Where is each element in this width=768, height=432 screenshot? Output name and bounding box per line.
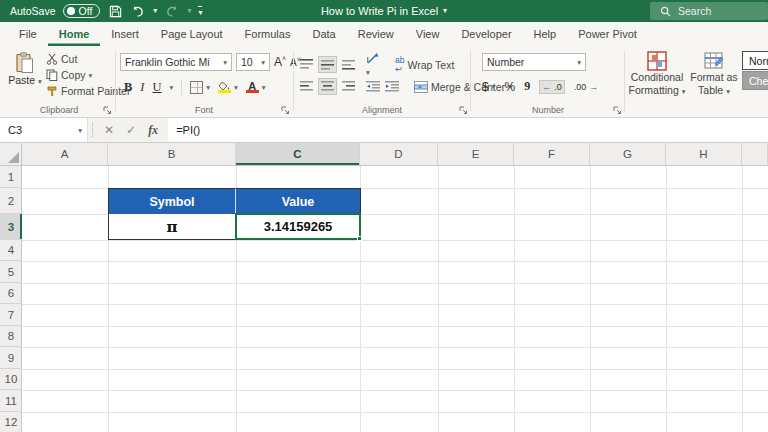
increase-decimal-button[interactable]: ←.0	[539, 80, 565, 94]
font-size-select[interactable]: 10▾	[236, 53, 270, 71]
enter-icon[interactable]: ✓	[126, 123, 136, 137]
increase-indent-icon[interactable]	[385, 81, 399, 92]
accounting-format-button[interactable]: $▾	[482, 80, 495, 94]
cell-c2[interactable]: Value	[236, 188, 361, 214]
clipboard-dialog-launcher-icon[interactable]	[103, 106, 112, 115]
cancel-icon[interactable]: ✕	[104, 123, 114, 137]
quick-access-toolbar-icon[interactable]: ▾	[198, 6, 202, 17]
number-format-select[interactable]: Number▾	[482, 53, 586, 71]
excel-window: AutoSave Off ▾ ▾ ▾ How to Write Pi in Ex…	[0, 0, 768, 432]
orientation-button[interactable]: ▾	[366, 52, 380, 77]
row-header-7[interactable]: 7	[0, 304, 22, 326]
name-box-dropdown-icon[interactable]: ▾	[78, 126, 82, 135]
format-as-table-button[interactable]: Format asTable ▾	[688, 51, 740, 97]
paste-label: Paste	[8, 74, 35, 86]
row-header-6[interactable]: 6	[0, 283, 22, 304]
align-right-icon[interactable]	[342, 81, 355, 92]
cell-c3[interactable]: 3.14159265	[236, 214, 361, 240]
row-header-4[interactable]: 4	[0, 240, 22, 261]
row-header-11[interactable]: 11	[0, 390, 22, 412]
autosave-toggle[interactable]: Off	[63, 4, 101, 18]
column-header-f[interactable]: F	[514, 143, 590, 165]
column-headers: A B C D E F G H	[0, 143, 768, 166]
row-header-1[interactable]: 1	[0, 166, 22, 188]
orientation-icon	[366, 52, 380, 65]
undo-dropdown-icon[interactable]: ▾	[153, 7, 157, 15]
tab-formulas[interactable]: Formulas	[234, 23, 302, 46]
decrease-decimal-arrow-icon: →	[589, 82, 598, 92]
alignment-dialog-launcher-icon[interactable]	[459, 106, 468, 115]
title-dropdown-icon[interactable]: ▾	[443, 7, 447, 15]
align-bottom-icon[interactable]	[342, 59, 355, 70]
column-header-e[interactable]: E	[438, 143, 514, 165]
cut-label: Cut	[61, 53, 77, 65]
tab-review[interactable]: Review	[347, 23, 405, 46]
paste-dropdown-icon[interactable]: ▾	[38, 77, 42, 86]
sheet-grid[interactable]: 1 2 3 4 5 6 7 8 9 10 11 12 Symbol Value …	[0, 166, 768, 432]
column-header-b[interactable]: B	[108, 143, 236, 165]
borders-button[interactable]: ▾	[190, 81, 210, 94]
name-box-value: C3	[8, 124, 22, 136]
underline-dropdown-icon[interactable]: ▾	[170, 83, 174, 92]
conditional-formatting-button[interactable]: ConditionalFormatting ▾	[628, 51, 686, 97]
column-header-g[interactable]: G	[590, 143, 666, 165]
tab-file[interactable]: File	[8, 23, 48, 46]
align-left-icon[interactable]	[300, 81, 313, 92]
tab-home[interactable]: Home	[48, 23, 101, 46]
comma-style-button[interactable]: 9	[524, 79, 530, 94]
save-icon[interactable]	[107, 3, 123, 19]
column-header-a[interactable]: A	[22, 143, 108, 165]
select-all-button[interactable]	[0, 143, 22, 165]
tab-data[interactable]: Data	[301, 23, 346, 46]
copy-dropdown-icon[interactable]: ▾	[89, 71, 93, 80]
row-header-5[interactable]: 5	[0, 261, 22, 283]
decrease-decimal-label: .00	[574, 82, 587, 92]
bold-button[interactable]: B	[124, 80, 132, 95]
tab-view[interactable]: View	[405, 23, 451, 46]
style-check-cell[interactable]: Check Cell	[742, 71, 768, 90]
decrease-decimal-button[interactable]: .00→	[574, 82, 599, 92]
column-header-h[interactable]: H	[666, 143, 742, 165]
name-box[interactable]: C3 ▾	[0, 118, 88, 142]
column-header-c[interactable]: C	[236, 143, 360, 165]
tab-help[interactable]: Help	[523, 23, 568, 46]
insert-function-icon[interactable]: fx	[148, 123, 158, 138]
underline-button[interactable]: U	[153, 80, 162, 95]
font-color-button[interactable]: A ▾	[246, 81, 266, 93]
align-middle-icon[interactable]	[318, 56, 337, 73]
paste-button[interactable]: Paste ▾	[8, 52, 42, 86]
cell-b3[interactable]: π	[108, 214, 236, 240]
percent-style-button[interactable]: %	[504, 80, 515, 94]
grow-font-button[interactable]: A˄	[274, 55, 286, 69]
tab-page-layout[interactable]: Page Layout	[150, 23, 234, 46]
column-header-d[interactable]: D	[360, 143, 438, 165]
row-header-12[interactable]: 12	[0, 412, 22, 432]
font-size-value: 10	[241, 56, 253, 68]
cf-dropdown-icon: ▾	[682, 87, 686, 96]
wrap-text-button[interactable]: ab↩ Wrap Text	[395, 56, 454, 73]
number-dialog-launcher-icon[interactable]	[613, 106, 622, 115]
decrease-indent-icon[interactable]	[366, 81, 380, 92]
undo-icon[interactable]	[130, 3, 146, 19]
cell-b2[interactable]: Symbol	[108, 188, 236, 214]
search-box[interactable]: Search	[650, 2, 768, 20]
tab-developer[interactable]: Developer	[450, 23, 522, 46]
align-center-icon[interactable]	[318, 78, 337, 95]
tab-power-pivot[interactable]: Power Pivot	[567, 23, 648, 46]
row-header-8[interactable]: 8	[0, 326, 22, 347]
tab-insert[interactable]: Insert	[100, 23, 150, 46]
style-normal[interactable]: Normal	[742, 51, 768, 70]
font-name-select[interactable]: Franklin Gothic Mi▾	[120, 53, 232, 71]
fill-color-button[interactable]: ▾	[218, 81, 238, 93]
italic-button[interactable]: I	[140, 80, 144, 95]
row-header-3[interactable]: 3	[0, 214, 22, 240]
row-header-2[interactable]: 2	[0, 188, 22, 214]
column-header-partial[interactable]	[742, 143, 768, 165]
formula-input[interactable]: =PI()	[168, 118, 768, 142]
row-header-9[interactable]: 9	[0, 347, 22, 369]
align-top-icon[interactable]	[300, 59, 313, 70]
fill-color-icon	[218, 81, 231, 93]
font-dialog-launcher-icon[interactable]	[281, 106, 290, 115]
currency-dropdown-icon: ▾	[492, 82, 496, 91]
row-header-10[interactable]: 10	[0, 369, 22, 390]
